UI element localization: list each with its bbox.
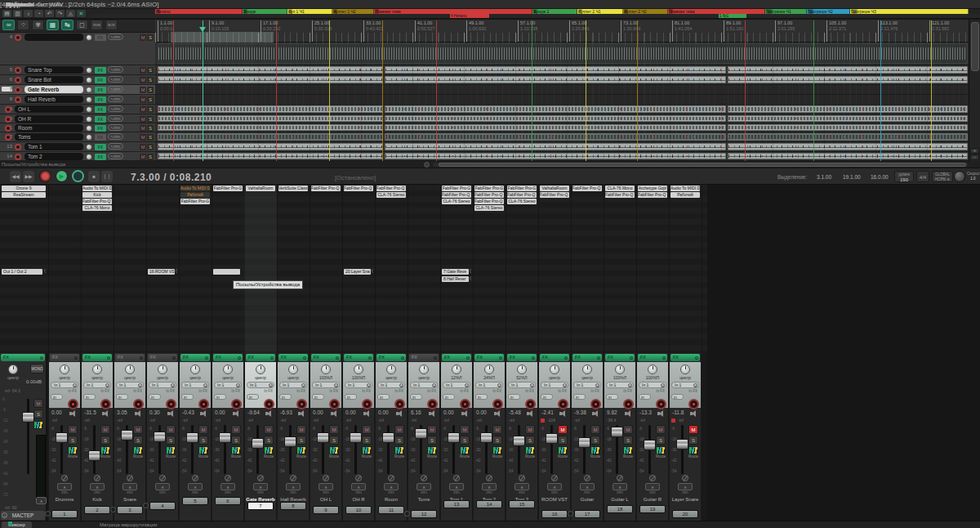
strip-fx-bar[interactable]: FX bbox=[278, 354, 308, 361]
track-volume-knob[interactable] bbox=[86, 77, 92, 83]
speaker-icon[interactable] bbox=[102, 410, 109, 417]
input-monitor-button[interactable]: in bbox=[410, 394, 422, 400]
phase-button[interactable] bbox=[355, 475, 362, 481]
fx-power-icon[interactable] bbox=[140, 356, 143, 360]
pan-knob[interactable] bbox=[190, 365, 200, 374]
pan-knob[interactable] bbox=[615, 365, 625, 374]
media-item[interactable] bbox=[158, 143, 383, 150]
fx-slot-Audio To MIDI Dr[interactable]: Audio To MIDI Dr bbox=[180, 186, 210, 191]
volume-readout[interactable]: -9.64 bbox=[247, 409, 260, 415]
strip-track-name[interactable]: Guitar bbox=[572, 496, 603, 509]
input-clear-icon[interactable]: ✕ bbox=[595, 383, 599, 387]
lane-Hall Reverb[interactable] bbox=[155, 95, 969, 105]
record-arm-button[interactable] bbox=[231, 399, 242, 409]
track-volume-knob[interactable] bbox=[86, 34, 92, 41]
solo-button[interactable]: S bbox=[460, 436, 470, 445]
volume-readout[interactable]: 0.00 bbox=[476, 409, 487, 415]
route-button[interactable] bbox=[427, 446, 437, 454]
mute-button[interactable]: M bbox=[460, 425, 470, 434]
trim-button[interactable]: ∧ bbox=[482, 483, 497, 490]
input-selector[interactable]: In 1✕ bbox=[377, 382, 405, 388]
strip-track-number[interactable]: 19 bbox=[639, 505, 666, 513]
input-clear-icon[interactable]: ✕ bbox=[269, 383, 273, 387]
master-mono-button[interactable]: MONO bbox=[30, 364, 44, 374]
input-clear-icon[interactable]: ✕ bbox=[171, 383, 175, 387]
route-button[interactable] bbox=[656, 446, 666, 454]
route-button[interactable] bbox=[492, 446, 502, 454]
master-pan-knob[interactable] bbox=[8, 365, 18, 374]
track-name-field[interactable]: Snare Top bbox=[24, 66, 83, 74]
mixer-strip-Layer Snare[interactable]: FXцентрIn 1✕In FXin-11.8-inf-6-18-30-42-… bbox=[670, 353, 701, 521]
volume-readout[interactable]: 3.05 bbox=[117, 409, 127, 415]
send-slot-7:Gate Reve[interactable]: 7:Gate Reve bbox=[442, 269, 469, 275]
route-button[interactable] bbox=[198, 446, 208, 454]
fader-thumb[interactable] bbox=[350, 432, 362, 443]
track-mute-button[interactable]: M bbox=[140, 116, 146, 123]
fx-power-icon[interactable] bbox=[107, 356, 110, 360]
mute-button[interactable]: M bbox=[394, 425, 404, 434]
fx-slot-Рабочий[interactable]: Рабочий bbox=[180, 192, 210, 198]
zoom-in-button[interactable]: + bbox=[970, 148, 979, 154]
trim-button[interactable]: ∧ bbox=[188, 483, 203, 490]
solo-button[interactable]: S bbox=[590, 436, 600, 445]
input-monitor-button[interactable]: in bbox=[606, 394, 618, 400]
trim-button[interactable]: ∧ bbox=[645, 483, 660, 490]
input-monitor-button[interactable]: in bbox=[541, 394, 553, 400]
solo-button[interactable]: S bbox=[688, 436, 698, 445]
input-monitor-button[interactable]: in bbox=[312, 394, 324, 400]
input-selector[interactable]: In 1✕ bbox=[508, 382, 536, 388]
record-arm-button[interactable] bbox=[558, 399, 568, 409]
fx-slot-FabFilter Pro-Q 3[interactable]: FabFilter Pro-Q 3 bbox=[474, 199, 504, 204]
volume-readout[interactable]: -13.3 bbox=[639, 409, 652, 415]
lane-Snare Top[interactable] bbox=[155, 65, 969, 75]
track-envelope-button[interactable]: ∿trim bbox=[108, 105, 123, 112]
pan-knob[interactable] bbox=[386, 365, 396, 374]
track-volume-knob[interactable] bbox=[86, 154, 92, 160]
pan-knob[interactable] bbox=[354, 365, 363, 374]
fx-slot-FabFilter Pro-Q 3[interactable]: FabFilter Pro-Q 3 bbox=[638, 192, 667, 198]
undo-icon[interactable]: ↶ bbox=[45, 10, 54, 17]
fx-power-icon[interactable] bbox=[336, 356, 339, 360]
fader-groove[interactable] bbox=[93, 425, 96, 474]
fx-power-icon[interactable] bbox=[401, 356, 404, 360]
route-button[interactable] bbox=[525, 446, 535, 454]
mixer-strip-Guitar R[interactable]: FX100%ПIn 1✕In FXin-13.3-inf-6-18-30-42-… bbox=[637, 353, 668, 521]
pan-knob[interactable] bbox=[321, 365, 331, 374]
route-button[interactable] bbox=[590, 446, 600, 454]
fx-power-icon[interactable] bbox=[172, 356, 176, 360]
track-mute-button[interactable]: M bbox=[140, 67, 146, 74]
phase-button[interactable] bbox=[225, 475, 231, 481]
speaker-icon[interactable] bbox=[559, 410, 567, 417]
solo-button[interactable]: S bbox=[100, 436, 110, 445]
track-panel-Room[interactable]: 11RoomFX∿trimMS bbox=[0, 123, 155, 132]
pan-knob[interactable] bbox=[582, 365, 592, 374]
go-to-end-button[interactable]: ▶▶ bbox=[23, 171, 34, 182]
fx-slot-FabFilter Pro-G[interactable]: FabFilter Pro-G bbox=[180, 199, 210, 204]
speaker-icon[interactable] bbox=[265, 410, 273, 417]
mute-button[interactable]: M bbox=[590, 425, 600, 434]
strip-fx-bar[interactable]: FX bbox=[180, 354, 210, 361]
route-button[interactable] bbox=[460, 446, 470, 454]
mute-button[interactable]: M bbox=[166, 425, 176, 434]
strip-fx-bar[interactable]: FX bbox=[376, 354, 406, 361]
track-envelope-button[interactable]: ∿trim bbox=[108, 115, 123, 122]
track-solo-button[interactable]: S bbox=[147, 87, 154, 93]
fader-thumb[interactable] bbox=[56, 432, 68, 443]
input-clear-icon[interactable]: ✕ bbox=[432, 383, 436, 387]
pan-knob[interactable] bbox=[452, 365, 461, 374]
speaker-icon[interactable] bbox=[135, 410, 142, 417]
track-solo-button[interactable]: S bbox=[147, 116, 154, 123]
send-slot-16:ROOM VST[interactable]: 16:ROOM VST bbox=[148, 269, 175, 275]
time-signature-box[interactable]: 4/4 bbox=[916, 171, 929, 182]
input-selector[interactable]: In 1✕ bbox=[671, 382, 699, 388]
phase-button[interactable] bbox=[290, 475, 296, 481]
input-monitor-button[interactable]: in bbox=[214, 394, 226, 400]
record-arm-button[interactable] bbox=[492, 399, 503, 409]
speaker-icon[interactable] bbox=[690, 410, 697, 417]
speaker-icon[interactable] bbox=[298, 410, 305, 417]
fx-power-icon[interactable] bbox=[270, 356, 274, 360]
master-route-button[interactable] bbox=[33, 421, 43, 429]
mute-button[interactable]: M bbox=[362, 425, 372, 434]
strip-track-number[interactable]: 11 bbox=[378, 506, 404, 514]
route-button[interactable] bbox=[394, 446, 404, 454]
